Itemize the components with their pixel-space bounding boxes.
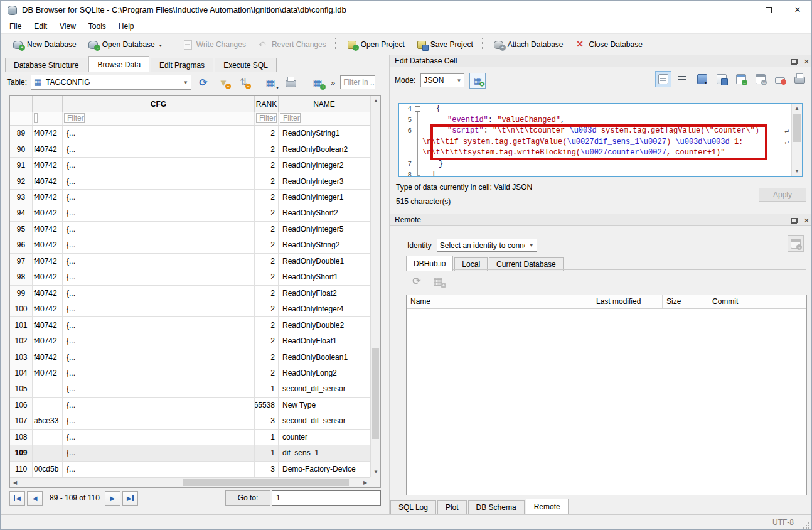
table-row[interactable]: 104 f40742 {... 2 ReadOnlyLong2 xyxy=(10,365,370,381)
first-record-button[interactable]: ◀ xyxy=(9,491,25,506)
attach-database-button[interactable]: Attach Database xyxy=(488,37,569,52)
cell-id[interactable]: 00cd5b xyxy=(33,462,63,477)
cell-rank[interactable]: 1 xyxy=(255,381,279,396)
export-data-icon[interactable] xyxy=(713,71,730,87)
tab-remote[interactable]: Remote xyxy=(526,499,569,514)
copy-table-icon[interactable] xyxy=(262,75,279,90)
set-null-icon[interactable] xyxy=(772,71,788,87)
cell-rank[interactable]: 2 xyxy=(255,173,279,188)
cell-name[interactable]: ReadOnlyInteger4 xyxy=(279,301,370,316)
cell-id[interactable]: f40742 xyxy=(33,222,63,237)
tab-current-database[interactable]: Current Database xyxy=(489,257,564,271)
cell-rank[interactable]: 2 xyxy=(255,158,279,173)
cell-rank[interactable]: 2 xyxy=(255,190,279,205)
cell-id[interactable] xyxy=(33,430,63,445)
cell-id[interactable] xyxy=(33,398,63,413)
cell-name[interactable]: ReadOnlyDouble1 xyxy=(279,254,370,269)
open-database-button[interactable]: Open Database xyxy=(82,37,168,52)
minimize-button[interactable]: – xyxy=(725,1,754,19)
cell-rank[interactable]: 2 xyxy=(255,269,279,284)
cell-name[interactable]: ReadOnlyInteger1 xyxy=(279,190,370,205)
refresh-icon[interactable] xyxy=(409,273,425,288)
refresh-icon[interactable] xyxy=(195,75,211,90)
save-project-button[interactable]: Save Project xyxy=(410,37,479,52)
tab-execute-sql[interactable]: Execute SQL xyxy=(215,58,277,72)
write-changes-button[interactable]: Write Changes xyxy=(176,37,252,52)
cell-cfg[interactable]: {... xyxy=(63,126,255,141)
revert-changes-button[interactable]: Revert Changes xyxy=(252,37,332,52)
vertical-scrollbar[interactable]: ▲ ▼ xyxy=(370,96,380,477)
table-row[interactable]: 96 f40742 {... 2 ReadOnlyString2 xyxy=(10,237,370,253)
text-mode-icon[interactable] xyxy=(655,71,671,87)
filter-input-cfg[interactable]: Filter xyxy=(64,113,85,123)
dock-close-icon[interactable]: ✕ xyxy=(804,58,809,66)
cell-name[interactable]: second_dif_sensor xyxy=(279,381,370,396)
cell-name[interactable]: ReadOnlyShort2 xyxy=(279,205,370,220)
cell-rank[interactable]: 1 xyxy=(255,445,279,460)
scrollbar-thumb[interactable] xyxy=(372,348,379,440)
cell-cfg[interactable]: {... xyxy=(63,158,255,173)
edit-link-icon[interactable] xyxy=(752,71,769,87)
clear-filter-icon[interactable] xyxy=(215,75,232,90)
header-name[interactable]: NAME xyxy=(279,96,370,112)
cell-cfg[interactable]: {... xyxy=(63,173,255,188)
insert-record-icon[interactable] xyxy=(309,75,326,90)
header-id[interactable] xyxy=(33,96,63,112)
cell-cfg[interactable]: {... xyxy=(63,398,255,413)
cell-id[interactable]: f40742 xyxy=(33,237,63,252)
cell-id[interactable]: f40742 xyxy=(33,190,63,205)
table-row[interactable]: 99 f40742 {... 2 ReadOnlyFloat2 xyxy=(10,286,370,301)
cell-rank[interactable]: 65538 xyxy=(255,398,279,413)
tab-database-structure[interactable]: Database Structure xyxy=(5,58,87,72)
filter-input-id[interactable] xyxy=(34,113,38,123)
cell-id[interactable] xyxy=(33,445,63,460)
table-row[interactable]: 105 {... 1 second_dif_sensor xyxy=(10,381,370,397)
cell-id[interactable]: f40742 xyxy=(33,205,63,220)
cell-rank[interactable]: 1 xyxy=(255,430,279,445)
filter-input-name[interactable]: Filter xyxy=(280,113,301,123)
cell-rank[interactable]: 2 xyxy=(255,126,279,141)
open-project-button[interactable]: Open Project xyxy=(341,37,410,52)
table-row[interactable]: 97 f40742 {... 2 ReadOnlyDouble1 xyxy=(10,254,370,269)
cell-id[interactable]: f40742 xyxy=(33,333,63,349)
dock-close-icon[interactable]: ✕ xyxy=(804,217,809,225)
table-row[interactable]: 98 f40742 {... 2 ReadOnlyShort1 xyxy=(10,269,370,285)
tab-browse-data[interactable]: Browse Data xyxy=(88,56,149,72)
cell-id[interactable]: f40742 xyxy=(33,254,63,269)
table-row[interactable]: 109 {... 1 dif_sens_1 xyxy=(10,445,370,461)
table-select[interactable]: ▦ TAGCONFIG ▼ xyxy=(31,75,191,90)
table-row[interactable]: 92 f40742 {... 2 ReadOnlyInteger3 xyxy=(10,173,370,189)
cell-cfg[interactable]: {... xyxy=(63,317,255,332)
new-database-button[interactable]: New Database xyxy=(7,37,82,52)
cell-name[interactable]: ReadOnlyString2 xyxy=(279,237,370,252)
clone-database-icon[interactable] xyxy=(430,273,446,288)
scroll-down-icon[interactable]: ▼ xyxy=(792,166,802,176)
cell-cfg[interactable]: {... xyxy=(63,349,255,364)
filter-in-any-column-input[interactable]: Filter in ... xyxy=(340,75,375,89)
print-icon[interactable] xyxy=(282,75,299,90)
cell-name[interactable]: ReadOnlyDouble2 xyxy=(279,317,370,332)
cell-cfg[interactable]: {... xyxy=(63,301,255,316)
next-records-button[interactable]: ▶ xyxy=(105,491,120,506)
table-row[interactable]: 110 00cd5b {... 3 Demo-Factory-Device xyxy=(10,462,370,477)
cell-rank[interactable]: 2 xyxy=(255,286,279,301)
close-database-button[interactable]: Close Database xyxy=(569,37,648,52)
mode-select[interactable]: JSON ▼ xyxy=(420,73,464,87)
scroll-up-icon[interactable]: ▲ xyxy=(792,104,802,114)
cell-name[interactable]: Demo-Factory-Device xyxy=(279,462,370,477)
table-row[interactable]: 102 f40742 {... 2 ReadOnlyFloat1 xyxy=(10,333,370,349)
open-in-editor-icon[interactable] xyxy=(733,71,749,87)
cell-cfg[interactable]: {... xyxy=(63,286,255,301)
cell-id[interactable]: f40742 xyxy=(33,365,63,381)
cell-rank[interactable]: 2 xyxy=(255,141,279,156)
cell-cfg[interactable]: {... xyxy=(63,413,255,428)
tab-plot[interactable]: Plot xyxy=(437,500,467,514)
cell-name[interactable]: ReadOnlyLong2 xyxy=(279,365,370,381)
cell-cfg[interactable]: {... xyxy=(63,430,255,445)
cell-cfg[interactable]: {... xyxy=(63,269,255,284)
table-row[interactable]: 93 f40742 {... 2 ReadOnlyInteger1 xyxy=(10,190,370,205)
cell-id[interactable]: f40742 xyxy=(33,158,63,173)
cell-id[interactable] xyxy=(33,381,63,396)
editor-scrollbar[interactable]: ▲ ▼ xyxy=(791,104,802,176)
scrollbar-thumb[interactable] xyxy=(793,114,801,142)
